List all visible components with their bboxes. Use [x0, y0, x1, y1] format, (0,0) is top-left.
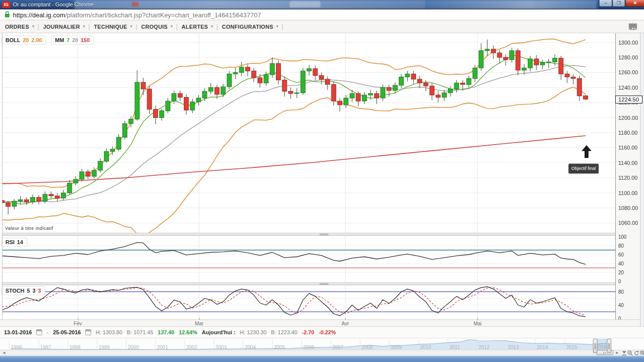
url-host: https://deal.ig.com: [13, 11, 65, 19]
rsi-tick: 0: [618, 279, 621, 284]
boll-deviation: 2.00: [31, 37, 42, 43]
scroll-left-arrow[interactable]: ◄: [2, 351, 6, 355]
stoch-d-period: 3: [38, 288, 41, 294]
price-tick: 1100.00: [618, 190, 638, 196]
background-tab-favicon: [132, 2, 139, 6]
price-tick: 1180.00: [618, 130, 638, 136]
right-scroll-strip[interactable]: [640, 33, 644, 362]
stoch-tick: 80: [618, 289, 624, 295]
aero-glass-reflection: [74, 0, 426, 9]
objective-arrow-icon: [580, 144, 593, 159]
menu-alertes[interactable]: ALERTES▼|: [182, 23, 222, 30]
boll-period: 20: [23, 37, 29, 43]
timeline-navigator[interactable]: 1996199719981999200020012002200320042005…: [0, 338, 644, 350]
price-tick: 1140.00: [618, 160, 638, 166]
menu-label: CROQUIS: [141, 24, 167, 30]
price-tick: 1060.00: [618, 220, 638, 226]
chevron-down-icon: ▼: [169, 24, 173, 29]
period-change-abs: 137.40: [158, 329, 174, 335]
price-tick: 1120.00: [618, 175, 638, 181]
period-change-pct: 12.64%: [179, 329, 197, 335]
horizontal-scrollbar[interactable]: [0, 350, 644, 356]
calendar-icon[interactable]: [36, 329, 42, 335]
chevron-down-icon: ▼: [129, 24, 133, 29]
price-tick: 1240.00: [618, 85, 638, 91]
mm-period-150: 150: [81, 37, 90, 43]
month-tick: [478, 318, 478, 320]
menu-separator: |: [88, 23, 90, 30]
browser-window: IG Or au comptant - Google Chrome – ❐ ✕ …: [0, 0, 644, 362]
menu-ordres[interactable]: ORDRES▼|: [5, 23, 43, 30]
mm-indicator-label[interactable]: MM720150: [51, 36, 94, 45]
ig-favicon: IG: [2, 1, 10, 8]
close-button[interactable]: ✕: [625, 0, 644, 7]
chevron-down-icon: ▼: [210, 24, 214, 29]
scroll-right-arrow[interactable]: ►: [615, 351, 619, 355]
url-path: /platform/chart/tickchart.jsp?chartKey=c…: [65, 11, 261, 19]
rsi-plot[interactable]: [2, 236, 615, 282]
rsi-indicator-label[interactable]: RSI14: [1, 238, 27, 247]
menubar-icons: ?: [629, 23, 637, 30]
date-separator: -: [47, 329, 49, 335]
bollinger-indicator-label[interactable]: BOLL202.00: [1, 36, 46, 45]
stochastic-plot[interactable]: [2, 285, 615, 319]
price-tick: 1160.00: [618, 145, 638, 151]
time-axis: FévMarAvrMai: [0, 319, 640, 326]
boll-name: BOLL: [5, 37, 20, 43]
menu-label: JOURNALIER: [43, 24, 80, 30]
menu-journalier[interactable]: JOURNALIER▼|: [43, 23, 94, 30]
from-date[interactable]: 13-01-2016: [4, 329, 32, 335]
url-bar[interactable]: https://deal.ig.com/platform/chart/tickc…: [0, 9, 644, 20]
today-low: B: 1223.40: [271, 329, 297, 335]
month-label: Mar: [195, 321, 203, 326]
panel-border: [2, 33, 2, 319]
menu-separator: |: [176, 23, 177, 30]
minimize-button[interactable]: –: [599, 0, 612, 7]
today-label: Aujourd'hui :: [202, 329, 235, 335]
month-tick: [199, 318, 200, 320]
current-price-tag: 1224.50: [615, 96, 643, 103]
chevron-down-icon: ▼: [82, 24, 86, 29]
chart-area: BOLL202.00 MM720150 Valeur à titre indic…: [0, 33, 644, 326]
menu-configurations[interactable]: CONFIGURATIONS▼|: [222, 23, 287, 30]
menu-separator: |: [282, 23, 283, 30]
chart-menubar: ORDRES▼|JOURNALIER▼|TECHNIQUE▼|CROQUIS▼|…: [0, 20, 644, 33]
taskbar-sliver: [0, 356, 644, 362]
rsi-tick: 40: [618, 261, 624, 266]
price-tick: 1260.00: [618, 69, 638, 75]
menu-separator: |: [136, 23, 137, 30]
status-bar: 13-01-2016 - 25-05-2016 H: 1303.80 B: 10…: [0, 326, 644, 338]
stoch-k-period: 5: [27, 288, 30, 294]
rsi-period: 14: [17, 239, 23, 245]
menu-croquis[interactable]: CROQUIS▼|: [141, 23, 181, 30]
https-padlock-icon: [4, 11, 10, 18]
month-label: Mai: [474, 321, 482, 326]
today-change-abs: -2.70: [302, 329, 314, 335]
month-tick: [78, 318, 78, 320]
price-tick: 1280.00: [618, 54, 638, 60]
stoch-k-smooth: 3: [32, 288, 35, 294]
rsi-tick: 80: [618, 243, 624, 249]
url-text[interactable]: https://deal.ig.com/platform/chart/tickc…: [13, 11, 261, 19]
mm-period-7: 7: [66, 37, 69, 43]
period-low: B: 1071.45: [127, 329, 153, 335]
navigator-right-handle[interactable]: [607, 339, 611, 353]
stoch-name: STOCH: [5, 288, 24, 294]
calendar-icon[interactable]: [85, 329, 91, 335]
feedback-icon[interactable]: [629, 23, 637, 30]
aero-glass-reflection: [426, 0, 597, 9]
maximize-button[interactable]: ❐: [612, 0, 625, 7]
window-title: Or au comptant - Google Chrome: [13, 1, 94, 7]
divider-grip[interactable]: [320, 234, 328, 235]
menu-technique[interactable]: TECHNIQUE▼|: [94, 23, 141, 30]
price-chart-plot[interactable]: [2, 33, 615, 233]
to-date[interactable]: 25-05-2016: [53, 329, 81, 335]
rsi-tick: 20: [618, 270, 624, 275]
menu-separator: |: [216, 23, 218, 30]
stoch-indicator-label[interactable]: STOCH533: [1, 286, 45, 295]
divider-grip[interactable]: [320, 283, 328, 285]
rsi-tick: 100: [618, 234, 627, 240]
menu-label: CONFIGURATIONS: [222, 24, 273, 30]
objective-tooltip: Objectif final: [568, 163, 599, 174]
navigator-left-handle[interactable]: [593, 339, 597, 353]
